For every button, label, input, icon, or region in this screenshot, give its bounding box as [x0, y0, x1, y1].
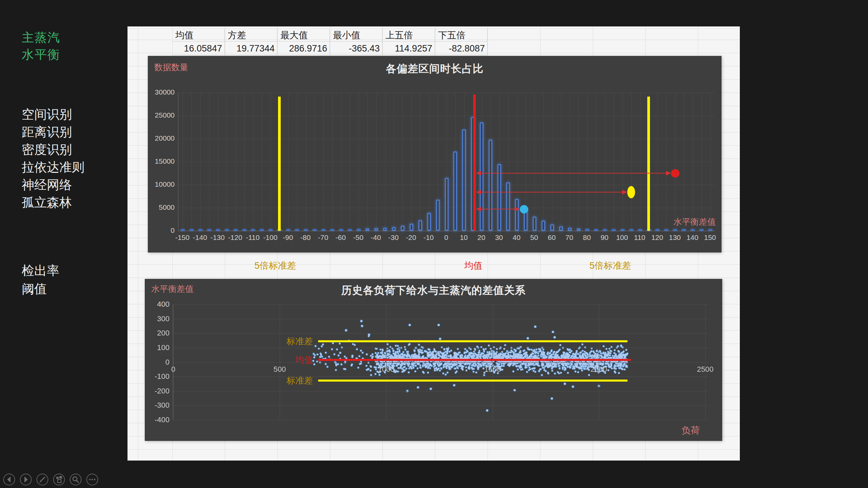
histogram-bar	[295, 229, 299, 231]
stats-table: 均值方差最大值最小值上五倍下五倍16.0584719.77344286.9716…	[172, 29, 488, 55]
histogram-bar	[506, 182, 510, 231]
more-options-button[interactable]	[86, 473, 99, 486]
gridline-horizontal	[173, 377, 708, 377]
arrowhead-left	[476, 190, 481, 195]
metric-item: 阈值	[22, 280, 59, 298]
histogram-bar	[489, 140, 492, 231]
scatter-plot-area: 05001000150020002500标准差均值标准差	[173, 304, 708, 420]
histogram-bar	[198, 229, 202, 231]
stats-table-header-cell: 最大值	[277, 29, 330, 42]
histogram-bar	[445, 178, 449, 231]
stats-table-value-cell: -365.43	[330, 42, 382, 55]
y-axis-tick-label: 15000	[150, 157, 175, 165]
stats-table-value-cell: -82.8087	[435, 42, 488, 55]
y-axis-tick-label: -100	[146, 372, 170, 381]
histogram-bar	[497, 164, 501, 231]
histogram-bar	[225, 229, 229, 231]
histogram-bar	[357, 229, 361, 231]
histogram-bar	[304, 229, 308, 231]
slide-title: 主蒸汽 水平衡	[22, 29, 60, 63]
stats-table-value-cell: 19.77344	[225, 42, 277, 55]
gridline-horizontal	[173, 391, 708, 391]
red-marker	[671, 169, 679, 178]
histogram-bar	[533, 217, 536, 231]
method-item: 密度识别	[22, 141, 84, 159]
scatter-chart[interactable]: 水平衡差值 历史各负荷下给水与主蒸汽的差值关系 负荷 0500100015002…	[145, 279, 722, 441]
histogram-bar	[242, 229, 246, 231]
gridline-horizontal	[178, 162, 715, 162]
zoom-button[interactable]	[69, 473, 82, 486]
spreadsheet-area: 均值方差最大值最小值上五倍下五倍16.0584719.77344286.9716…	[127, 26, 740, 461]
magnifier-icon	[69, 473, 82, 486]
next-slide-button[interactable]	[19, 473, 32, 486]
histogram-bar	[638, 229, 642, 231]
histogram-chart[interactable]: 数据数量 各偏差区间时长占比 水平衡差值 0500010000150002000…	[148, 56, 722, 252]
method-item: 神经网络	[22, 176, 84, 194]
gridline-horizontal	[173, 333, 708, 333]
gridline-horizontal	[173, 304, 708, 305]
y-axis-tick-label: 0	[146, 358, 170, 367]
histogram-bar	[427, 213, 431, 231]
stats-table-header-cell: 均值	[172, 29, 225, 42]
arrowhead-left	[476, 171, 481, 176]
histogram-bar	[339, 229, 343, 231]
previous-slide-button[interactable]	[3, 473, 16, 486]
method-item: 空间识别	[22, 106, 84, 123]
histogram-bar	[655, 229, 659, 231]
histogram-bar	[330, 229, 334, 231]
y-axis-tick-label: -400	[146, 415, 170, 424]
all-slides-button[interactable]	[53, 473, 65, 486]
histogram-bar	[559, 226, 563, 231]
gridline-horizontal	[178, 139, 715, 139]
x-axis-tick-label: 2500	[692, 365, 719, 374]
histogram-bar	[699, 229, 704, 231]
gridline-vertical	[386, 304, 387, 420]
slide-title-line: 水平衡	[22, 46, 60, 63]
x-axis-tick-label: 150	[698, 233, 722, 242]
histogram-bar	[418, 220, 422, 231]
histogram-bar	[401, 226, 405, 231]
stats-table-value-cell: 16.05847	[172, 42, 225, 55]
histogram-bar	[392, 227, 396, 231]
histogram-bar	[269, 229, 273, 231]
histogram-bar	[366, 228, 369, 231]
annotation-arrow	[477, 173, 670, 174]
gridline-vertical	[599, 304, 599, 420]
histogram-bar	[708, 229, 712, 231]
ellipsis-icon	[86, 473, 99, 486]
arrowhead-right	[666, 171, 671, 176]
histogram-bar	[234, 229, 238, 231]
histogram-bar	[348, 229, 352, 231]
method-list: 空间识别距离识别密度识别拉依达准则神经网络孤立森林	[22, 106, 84, 211]
histogram-bar	[664, 229, 668, 231]
histogram-bar	[462, 129, 466, 231]
histogram-bar	[550, 224, 554, 231]
gridline-horizontal	[173, 348, 708, 348]
blue-marker	[520, 205, 528, 214]
metric-list: 检出率阈值	[22, 262, 59, 298]
gridline-horizontal	[173, 362, 708, 363]
sigma-horizontal-line	[318, 340, 628, 342]
pen-tool-button[interactable]	[36, 473, 49, 486]
y-axis-tick-label: 5000	[150, 203, 175, 211]
slide-title-line: 主蒸汽	[22, 29, 60, 46]
histogram-bar	[620, 229, 625, 231]
histogram-bar	[207, 229, 211, 231]
gridline-vertical	[493, 304, 493, 420]
presentation-controls	[3, 473, 99, 486]
stats-table-header-cell: 下五倍	[435, 29, 488, 42]
histogram-bar	[691, 229, 695, 231]
x-axis-tick-label: 1000	[373, 365, 400, 374]
stats-table-header-cell: 方差	[225, 29, 277, 42]
sigma-line-label: 标准差	[259, 375, 313, 387]
five-sigma-label-right: 5倍标准差	[580, 260, 641, 272]
y-axis-tick-label: 400	[146, 300, 170, 309]
annotation-arrow	[477, 192, 627, 192]
histogram-bar	[216, 229, 220, 231]
method-item: 距离识别	[22, 123, 84, 141]
histogram-bar	[453, 151, 457, 231]
histogram-title: 各偏差区间时长占比	[148, 62, 721, 76]
stats-table-header-cell: 上五倍	[382, 29, 435, 42]
arrowhead-right	[515, 207, 520, 211]
histogram-bar	[480, 122, 484, 231]
